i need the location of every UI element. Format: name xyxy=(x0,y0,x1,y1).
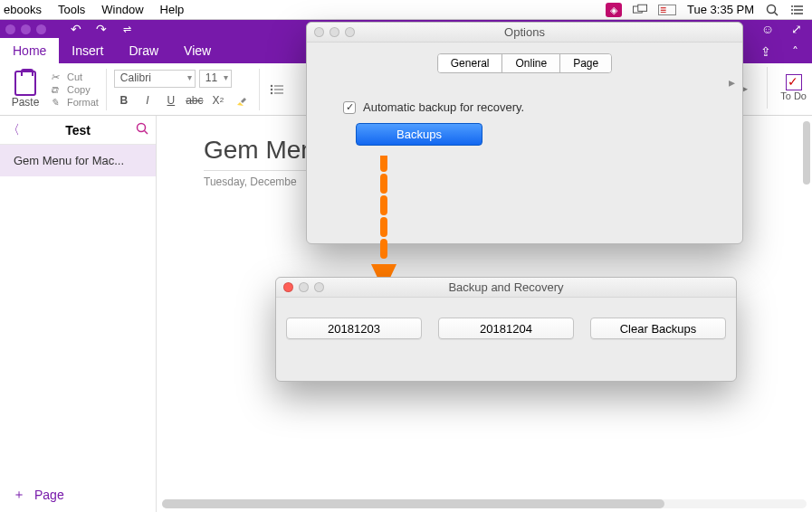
options-title: Options xyxy=(504,25,545,39)
backup-date-button[interactable]: 20181203 xyxy=(286,318,422,339)
share-icon[interactable]: ⇪ xyxy=(756,43,776,60)
page-date: Tuesday, Decembe xyxy=(204,175,297,188)
add-page-button[interactable]: ＋ Page xyxy=(0,478,156,512)
bold-button[interactable]: B xyxy=(114,91,134,109)
strike-button[interactable]: abc xyxy=(185,91,205,109)
window-dot[interactable] xyxy=(36,24,46,34)
vertical-scrollbar[interactable] xyxy=(803,121,810,185)
page-title[interactable]: Gem Men xyxy=(204,136,315,165)
bullets-button[interactable] xyxy=(267,81,287,99)
back-icon[interactable]: 〈 xyxy=(7,122,20,138)
tab-general[interactable]: General xyxy=(438,54,503,72)
window-dot[interactable] xyxy=(21,24,31,34)
svg-line-17 xyxy=(145,131,148,135)
options-window: Options General Online Page ▸ ✓ Automati… xyxy=(306,22,743,244)
clipboard-icon xyxy=(14,71,36,96)
search-icon[interactable] xyxy=(136,122,148,137)
tab-online[interactable]: Online xyxy=(502,54,560,72)
page-list-item[interactable]: Gem Menu for Mac... xyxy=(0,145,156,176)
menu-item[interactable]: Help xyxy=(160,3,185,16)
svg-point-16 xyxy=(138,124,146,132)
svg-rect-1 xyxy=(638,5,647,11)
page-sidebar: 〈 Test Gem Menu for Mac... ＋ Page xyxy=(0,116,157,512)
redo-icon[interactable]: ↷ xyxy=(91,21,111,37)
menu-item[interactable]: Tools xyxy=(58,3,85,16)
minimize-icon[interactable] xyxy=(330,27,339,37)
undo-icon[interactable]: ↶ xyxy=(66,21,86,37)
chevron-right-icon[interactable]: ▸ xyxy=(729,75,735,90)
clear-backups-button[interactable]: Clear Backups xyxy=(590,318,726,339)
copy-button[interactable]: ⧉Copy xyxy=(51,84,99,95)
auto-backup-label: Automatic backup for recovery. xyxy=(363,100,524,114)
svg-point-9 xyxy=(791,13,793,14)
backup-date-button[interactable]: 20181204 xyxy=(438,318,574,339)
plus-icon: ＋ xyxy=(13,487,25,503)
auto-backup-checkbox[interactable]: ✓ xyxy=(343,101,356,114)
underline-button[interactable]: U xyxy=(161,91,181,109)
paste-label: Paste xyxy=(12,96,40,109)
svg-point-14 xyxy=(271,91,272,93)
mac-menubar: ebooks Tools Window Help ◈ Tue 3:35 PM xyxy=(0,0,812,20)
tab-insert[interactable]: Insert xyxy=(59,38,116,63)
todo-button[interactable]: ✓ To Do xyxy=(780,74,807,101)
menu-list-icon[interactable] xyxy=(790,3,805,17)
backup-title: Backup and Recovery xyxy=(448,280,563,294)
chevron-up-icon[interactable]: ˄ xyxy=(785,43,805,60)
svg-point-10 xyxy=(271,84,272,86)
menu-item[interactable]: Window xyxy=(101,3,143,16)
zoom-icon[interactable] xyxy=(314,282,324,292)
cut-button[interactable]: ✂Cut xyxy=(51,71,99,82)
svg-point-8 xyxy=(791,9,793,11)
smiley-icon[interactable]: ☺ xyxy=(758,21,778,37)
tab-draw[interactable]: Draw xyxy=(116,38,171,63)
todo-label: To Do xyxy=(780,90,807,101)
fullscreen-icon[interactable]: ⤢ xyxy=(787,21,807,37)
font-family-select[interactable]: Calibri xyxy=(114,70,196,88)
menu-item[interactable]: ebooks xyxy=(4,3,42,16)
tab-home[interactable]: Home xyxy=(0,38,59,63)
spotlight-icon[interactable] xyxy=(765,3,779,17)
format-painter-button[interactable]: ✎Format xyxy=(51,97,99,108)
section-title: Test xyxy=(65,123,91,137)
svg-point-7 xyxy=(791,5,793,7)
close-icon[interactable] xyxy=(314,27,324,37)
backup-window: Backup and Recovery 20181203 20181204 Cl… xyxy=(275,277,737,382)
svg-point-12 xyxy=(271,88,272,90)
menubar-clock: Tue 3:35 PM xyxy=(687,3,754,16)
input-flag-icon[interactable] xyxy=(658,5,676,15)
displays-icon[interactable] xyxy=(633,3,647,17)
gem-menubar-icon[interactable]: ◈ xyxy=(606,3,622,17)
backups-button[interactable]: Backups xyxy=(356,123,482,146)
add-page-label: Page xyxy=(34,488,64,502)
font-size-select[interactable]: 11 xyxy=(199,70,232,88)
paste-button[interactable]: Paste xyxy=(7,71,43,109)
minimize-icon[interactable] xyxy=(299,282,309,292)
horizontal-scrollbar[interactable] xyxy=(162,499,807,508)
options-tabs: General Online Page xyxy=(437,53,612,73)
subscript-button[interactable]: X2 xyxy=(208,91,228,109)
tab-page[interactable]: Page xyxy=(560,54,611,72)
close-icon[interactable] xyxy=(283,282,293,292)
qat-dropdown-icon[interactable]: ⇌ xyxy=(117,21,137,37)
tab-view[interactable]: View xyxy=(171,38,224,63)
italic-button[interactable]: I xyxy=(138,91,158,109)
window-dot[interactable] xyxy=(5,24,15,34)
highlight-button[interactable] xyxy=(232,91,252,109)
svg-point-2 xyxy=(768,5,776,13)
zoom-icon[interactable] xyxy=(345,27,355,37)
svg-line-3 xyxy=(775,12,779,15)
